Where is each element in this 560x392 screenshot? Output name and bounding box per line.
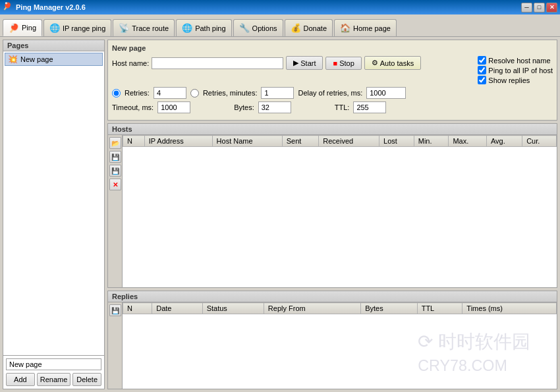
pages-panel: Pages 💥 New page Add Rename Delete (3, 40, 105, 389)
hosts-save-as-button[interactable]: 💾 (109, 165, 121, 177)
minimize-button[interactable]: ─ (521, 3, 532, 13)
hosts-section: Hosts 📂 💾 💾 ✕ N IP Address Ho (107, 123, 557, 288)
main-content: Pages 💥 New page Add Rename Delete New p… (0, 37, 560, 392)
checkbox-group: Resolve host name Ping to all IP of host… (478, 56, 553, 84)
retries-minutes-label: Retries, minutes: (203, 89, 258, 97)
hosts-col-n: N (123, 136, 145, 147)
pages-list: 💥 New page (3, 51, 104, 355)
ping-tab-label: Ping (22, 24, 36, 32)
retries-label: Retries: (125, 89, 150, 97)
page-item[interactable]: 💥 New page (5, 53, 103, 66)
trace-route-tab-label: Trace route (132, 24, 169, 32)
app-icon: 🏓 (3, 2, 13, 13)
host-name-input[interactable] (152, 57, 283, 69)
ping-all-ip-checkbox[interactable] (478, 66, 486, 74)
page-item-label: New page (20, 55, 53, 63)
start-button[interactable]: ▶ Start (286, 56, 323, 70)
delete-page-button[interactable]: Delete (72, 373, 101, 386)
retries-minutes-input[interactable] (261, 87, 294, 99)
bytes-label: Bytes: (234, 103, 254, 111)
ping-all-ip-row: Ping to all IP of host (478, 66, 553, 74)
replies-col-n: N (123, 303, 152, 314)
replies-header: Replies (108, 291, 557, 302)
home-page-tab-label: Home page (353, 24, 391, 32)
hosts-col-lost: Lost (379, 136, 414, 147)
replies-col-bytes: Bytes (361, 303, 417, 314)
tab-home-page[interactable]: 🏠 Home page (334, 19, 397, 36)
replies-save-button[interactable]: 💾 (109, 304, 121, 316)
replies-body: 💾 N Date Status Reply From Bytes TTL (108, 302, 557, 389)
donate-tab-icon: 💰 (291, 23, 301, 33)
tab-path-ping[interactable]: 🌐 Path ping (176, 19, 231, 36)
ip-range-tab-label: IP range ping (63, 24, 105, 32)
hosts-col-hostname: Host Name (212, 136, 282, 147)
ip-range-tab-icon: 🌐 (49, 23, 60, 33)
replies-col-date: Date (152, 303, 202, 314)
auto-tasks-button[interactable]: ⚙ Auto tasks (364, 56, 421, 70)
timeout-input[interactable] (157, 101, 190, 113)
timeout-row: Timeout, ms: Bytes: TTL: (112, 101, 553, 113)
tab-ip-range-ping[interactable]: 🌐 IP range ping (43, 19, 111, 36)
hosts-title: Hosts (112, 125, 132, 133)
maximize-button[interactable]: □ (534, 3, 545, 13)
hosts-col-min: Min. (414, 136, 449, 147)
add-page-button[interactable]: Add (6, 373, 35, 386)
new-page-text-input[interactable] (6, 358, 101, 370)
stop-button[interactable]: ■ Stop (325, 57, 361, 70)
retries-radio[interactable] (112, 89, 121, 98)
ttl-label: TTL: (335, 103, 350, 111)
retries-row: Retries: Retries, minutes: Delay of retr… (112, 87, 553, 99)
hosts-toolbar: 📂 💾 💾 ✕ (108, 135, 123, 287)
hosts-header: Hosts (108, 124, 557, 135)
replies-col-ttl: TTL (417, 303, 462, 314)
stop-icon: ■ (333, 59, 337, 67)
delay-label: Delay of retries, ms: (298, 89, 362, 97)
show-replies-label: Show replies (488, 76, 530, 84)
host-name-label: Host name: (112, 59, 149, 67)
replies-col-times: Times (ms) (462, 303, 557, 314)
bytes-input[interactable] (258, 101, 291, 113)
auto-tasks-icon: ⚙ (372, 59, 378, 67)
close-button[interactable]: ✕ (546, 3, 557, 13)
retries-minutes-radio[interactable] (190, 89, 199, 98)
trace-route-tab-icon: 📡 (119, 23, 129, 33)
tab-bar: 🏓 Ping 🌐 IP range ping 📡 Trace route 🌐 P… (0, 14, 560, 37)
ttl-input[interactable] (353, 101, 386, 113)
ping-tab-icon: 🏓 (9, 23, 19, 33)
tab-ping[interactable]: 🏓 Ping (3, 19, 42, 36)
hosts-col-received: Received (319, 136, 379, 147)
hosts-col-sent: Sent (282, 136, 319, 147)
pages-label: Pages (3, 40, 104, 51)
right-panel: New page Host name: ▶ Start ■ Stop ⚙ (107, 40, 557, 389)
hosts-col-cur: Cur. (522, 136, 557, 147)
hosts-open-button[interactable]: 📂 (109, 137, 121, 149)
ping-all-ip-label: Ping to all IP of host (488, 67, 553, 74)
replies-table-container: N Date Status Reply From Bytes TTL Times… (123, 302, 557, 389)
options-tab-icon: 🔧 (239, 23, 250, 33)
hosts-save-button[interactable]: 💾 (109, 151, 121, 163)
hosts-table-container: N IP Address Host Name Sent Received Los… (123, 135, 557, 287)
app-title: Ping Manager v2.0.6 (16, 3, 86, 11)
page-item-icon: 💥 (8, 55, 18, 64)
replies-title: Replies (112, 293, 138, 300)
show-replies-row: Show replies (478, 76, 553, 84)
rename-page-button[interactable]: Rename (37, 373, 71, 386)
show-replies-checkbox[interactable] (478, 76, 486, 84)
resolve-host-checkbox[interactable] (478, 56, 486, 65)
resolve-host-label: Resolve host name (488, 57, 550, 65)
replies-col-status: Status (202, 303, 264, 314)
tab-options[interactable]: 🔧 Options (233, 19, 283, 36)
retries-input[interactable] (154, 87, 186, 99)
tab-trace-route[interactable]: 📡 Trace route (113, 19, 175, 36)
options-tab-label: Options (252, 24, 277, 32)
home-page-tab-icon: 🏠 (340, 23, 350, 33)
timeout-label: Timeout, ms: (112, 103, 154, 111)
hosts-table: N IP Address Host Name Sent Received Los… (123, 135, 557, 147)
path-ping-tab-label: Path ping (195, 24, 225, 32)
replies-col-reply-from: Reply From (264, 303, 360, 314)
replies-toolbar: 💾 (108, 302, 123, 389)
resolve-host-row: Resolve host name (478, 56, 553, 65)
delay-input[interactable] (366, 87, 406, 99)
tab-donate[interactable]: 💰 Donate (285, 19, 333, 36)
hosts-delete-button[interactable]: ✕ (109, 179, 121, 190)
